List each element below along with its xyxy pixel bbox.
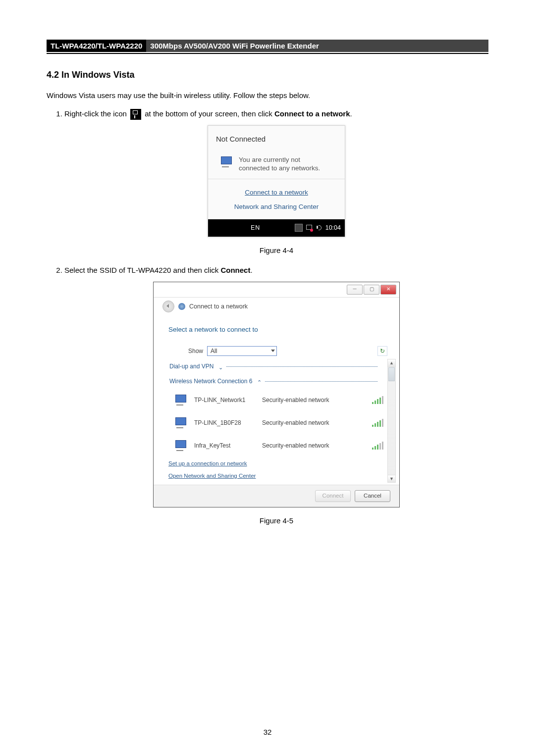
network-list: ▲ ▼ Dial-up and VPN ⌄ Wireless Network C…: [168, 359, 387, 457]
show-dropdown[interactable]: All: [207, 346, 277, 356]
network-popup: Not Connected You are currently not conn…: [208, 125, 345, 237]
step2-bold: Connect: [220, 266, 250, 274]
window-controls: ─ ▢ ✕: [154, 282, 399, 298]
figure-4-5-caption: Figure 4-5: [64, 513, 488, 528]
product-title: 300Mbps AV500/AV200 WiFi Powerline Exten…: [146, 40, 488, 52]
step-1: Right-click the icon at the bottom of yo…: [64, 106, 488, 258]
maximize-button[interactable]: ▢: [364, 285, 379, 295]
taskbar-time[interactable]: 10:04: [325, 222, 341, 234]
network-security: Security-enabled network: [262, 440, 346, 452]
network-item[interactable]: Infra_KeyTest Security-enabled network: [168, 434, 387, 457]
open-sharing-center-link[interactable]: Open Network and Sharing Center: [168, 470, 387, 482]
model-label: TL-WPA4220/TL-WPA2220: [47, 40, 146, 52]
scroll-down[interactable]: ▼: [388, 475, 395, 482]
network-item[interactable]: TP-LINK_Network1 Security-enabled networ…: [168, 389, 387, 411]
step1-end: .: [350, 109, 352, 118]
show-value: All: [211, 345, 217, 357]
dialog-heading: Select a network to connect to: [168, 323, 387, 336]
network-icon: [173, 416, 188, 429]
signal-strength-icon: [372, 396, 383, 404]
popup-msg-line2: connected to any networks.: [239, 164, 320, 172]
show-filter-row: Show All ↻: [188, 345, 387, 357]
page-number: 32: [0, 728, 535, 736]
minimize-button[interactable]: ─: [347, 285, 363, 295]
network-icon: [173, 439, 188, 452]
popup-title: Not Connected: [208, 126, 345, 151]
globe-icon: [178, 303, 185, 310]
steps-list: Right-click the icon at the bottom of yo…: [51, 106, 488, 528]
cancel-button[interactable]: Cancel: [355, 490, 390, 502]
dialog-banner: Connect to a network: [154, 298, 399, 317]
connect-button[interactable]: Connect: [315, 490, 351, 502]
network-name: TP-LINK_1B0F28: [194, 417, 256, 429]
signal-strength-icon: [372, 419, 383, 427]
show-label: Show: [188, 345, 203, 357]
figure-4-4-caption: Figure 4-4: [64, 243, 488, 258]
network-tray-small-icon[interactable]: [306, 224, 313, 231]
sound-tray-icon[interactable]: [316, 224, 322, 231]
connect-to-network-link[interactable]: Connect to a network: [208, 185, 345, 200]
popup-msg-line1: You are currently not: [239, 156, 300, 163]
scrollbar[interactable]: ▲ ▼: [387, 359, 396, 483]
popup-links: Connect to a network Network and Sharing…: [208, 179, 345, 219]
chevron-down-icon: ⌄: [216, 364, 226, 370]
scroll-thumb[interactable]: [388, 367, 395, 381]
chevron-up-icon: ⌃: [255, 379, 265, 385]
step1-bold: Connect to a network: [274, 109, 350, 118]
network-security: Security-enabled network: [262, 417, 346, 429]
taskbar: EN 10:04: [208, 219, 345, 237]
dialup-label: Dial-up and VPN: [169, 363, 216, 370]
setup-connection-link[interactable]: Set up a connection or network: [168, 458, 387, 469]
signal-strength-icon: [372, 442, 383, 450]
dialog-title: Connect to a network: [189, 301, 248, 313]
close-button[interactable]: ✕: [380, 285, 396, 295]
network-monitor-icon: [219, 155, 234, 168]
section-intro: Windows Vista users may use the built-in…: [47, 90, 488, 101]
network-security: Security-enabled network: [262, 394, 346, 406]
step1-text-b: at the bottom of your screen, then click: [145, 109, 274, 118]
step-2: Select the SSID of TL-WPA4220 and then c…: [64, 263, 488, 528]
back-button[interactable]: [162, 301, 174, 312]
network-icon: [173, 394, 188, 406]
dialog-footer: Connect Cancel: [154, 485, 399, 507]
section-heading: 4.2 In Windows Vista: [47, 70, 488, 80]
network-item[interactable]: TP-LINK_1B0F28 Security-enabled network: [168, 411, 387, 434]
step1-text-a: Right-click the icon: [64, 109, 127, 118]
scroll-up[interactable]: ▲: [388, 359, 395, 367]
wireless-connection-expander[interactable]: Wireless Network Connection 6 ⌃: [168, 374, 387, 389]
popup-status-row: You are currently not connected to any n…: [208, 151, 345, 179]
refresh-button[interactable]: ↻: [377, 346, 387, 356]
document-header: TL-WPA4220/TL-WPA2220 300Mbps AV500/AV20…: [47, 40, 488, 54]
step2-end: .: [250, 266, 252, 274]
keyboard-tray-icon[interactable]: [295, 224, 303, 232]
connect-network-dialog: ─ ▢ ✕ Connect to a network Select a netw…: [153, 282, 400, 507]
network-tray-icon: [130, 109, 141, 120]
dialup-vpn-expander[interactable]: Dial-up and VPN ⌄: [168, 359, 387, 374]
wireless-label: Wireless Network Connection 6: [169, 378, 255, 385]
popup-message: You are currently not connected to any n…: [239, 155, 320, 173]
network-sharing-center-link[interactable]: Network and Sharing Center: [208, 200, 345, 214]
network-name: Infra_KeyTest: [194, 440, 256, 452]
network-name: TP-LINK_Network1: [194, 394, 256, 406]
language-indicator[interactable]: EN: [251, 222, 260, 234]
dialog-body: Select a network to connect to Show All …: [154, 317, 399, 485]
step2-text-a: Select the SSID of TL-WPA4220 and then c…: [64, 266, 220, 274]
